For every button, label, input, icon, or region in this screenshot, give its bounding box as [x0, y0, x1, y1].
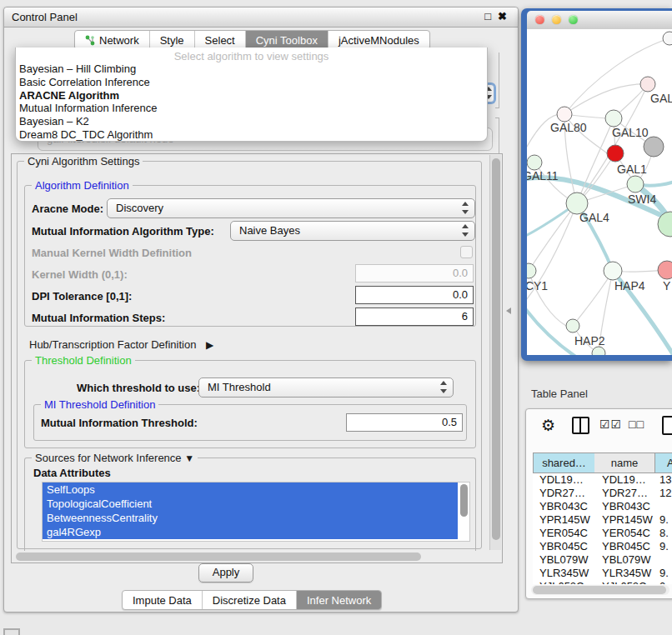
aracne-mode-value: Discovery [116, 202, 163, 214]
hub-tf-definition-row[interactable]: Hub/Transcription Factor Definition ▶ [29, 338, 213, 351]
settings-horizontal-scrollbar-thumb[interactable] [16, 552, 421, 561]
desktop: Control Panel □ ✖ Network Style Select C… [0, 0, 672, 635]
algorithm-popup-item[interactable]: Bayesian – Hill Climbing [16, 62, 487, 76]
network-node-swi4[interactable] [627, 176, 644, 192]
mac-zoom-icon[interactable] [569, 15, 578, 24]
float-window-icon[interactable]: □ [484, 10, 491, 22]
sources-title-text: Sources for Network Inference [35, 452, 182, 464]
tab-style[interactable]: Style [150, 31, 195, 49]
obscured-groupbox-edge [495, 52, 499, 108]
mac-close-icon[interactable] [535, 15, 544, 24]
tab-infer-network[interactable]: Infer Network [297, 591, 381, 609]
mi-steps-label: Mutual Information Steps: [32, 312, 165, 324]
manual-kernel-width-checkbox[interactable] [460, 246, 473, 258]
kernel-width-field[interactable]: 0.0 [355, 264, 474, 282]
control-panel-title: Control Panel [12, 11, 78, 23]
which-threshold-value: MI Threshold [208, 381, 271, 393]
export-table-icon[interactable] [662, 416, 672, 435]
table-cell: YLR345W [533, 567, 594, 580]
which-threshold-combobox[interactable]: MI Threshold [198, 378, 454, 398]
mi-threshold-field[interactable]: 0.5 [346, 413, 463, 432]
table-row[interactable]: YBR043CYBR043C [533, 500, 672, 513]
network-node-gal1[interactable] [607, 145, 624, 162]
network-node[interactable] [592, 347, 605, 355]
network-node-gcy1[interactable] [527, 263, 536, 278]
tab-select[interactable]: Select [195, 31, 246, 49]
table-horizontal-scrollbar-thumb[interactable] [533, 586, 666, 594]
table-cell: YPR145W [594, 513, 655, 527]
network-canvas[interactable]: GALGAL80GAL10GAL1GAL11SWI4GAL4GCY1HAP4YH… [527, 29, 672, 355]
attribute-list-scrollbar-thumb[interactable] [460, 484, 468, 517]
settings-vertical-scrollbar[interactable] [489, 155, 501, 550]
table-horizontal-scrollbar[interactable] [531, 585, 669, 595]
deselect-all-columns-icon[interactable]: □□ [629, 418, 644, 431]
table-row[interactable]: YER054CYER054C8. [533, 527, 672, 540]
tab-jactivemnodules-label: jActiveMNodules [339, 34, 419, 47]
data-attribute-item[interactable]: SelfLoops [43, 482, 458, 497]
settings-horizontal-scrollbar[interactable] [13, 551, 489, 562]
sources-group: Sources for Network Inference ▼ Data Att… [24, 458, 476, 552]
algorithm-popup-item[interactable]: Basic Correlation Inference [16, 76, 487, 89]
network-node-y[interactable] [658, 261, 672, 279]
split-columns-icon[interactable] [572, 417, 589, 434]
table-cell: YLR345W [594, 567, 655, 580]
tab-jactivemnodules[interactable]: jActiveMNodules [328, 31, 429, 49]
table-row[interactable]: YBR045CYBR045C9. [533, 540, 672, 553]
settings-vertical-scrollbar-thumb[interactable] [492, 158, 500, 540]
apply-button[interactable]: Apply [198, 563, 253, 582]
table-cell: YDL19… [594, 473, 655, 487]
algorithm-popup-item[interactable]: Bayesian – K2 [16, 115, 487, 128]
mi-steps-field[interactable]: 6 [355, 308, 474, 326]
network-node[interactable] [644, 137, 664, 157]
network-node-hap2[interactable] [566, 319, 579, 332]
network-node-gal10[interactable] [605, 110, 622, 127]
tab-network[interactable]: Network [75, 31, 150, 49]
table-cell: 0. [655, 580, 672, 584]
obscured-groupbox-edge [495, 118, 499, 155]
data-attributes-list[interactable]: SelfLoopsTopologicalCoefficientBetweenne… [42, 482, 470, 542]
tab-cyni-toolbox[interactable]: Cyni Toolbox [246, 31, 328, 49]
data-attribute-item[interactable]: BetweennessCentrality [43, 511, 458, 525]
algorithm-popup-item[interactable]: Mutual Information Inference [16, 102, 487, 115]
algorithm-popup-prompt: Select algorithm to view settings [16, 48, 487, 62]
dpi-tolerance-field[interactable]: 0.0 [355, 286, 474, 304]
table-cell: YBR043C [594, 500, 655, 513]
network-node-gal11[interactable] [527, 155, 542, 170]
mi-algorithm-type-combobox[interactable]: Naive Bayes [230, 221, 475, 241]
network-node-gal[interactable] [640, 77, 655, 92]
column-header-clipped[interactable]: A [655, 452, 672, 473]
table-row[interactable]: YJL052CYJL052C0. [533, 580, 672, 584]
algorithm-popup-item[interactable]: Dream8 DC_TDC Algorithm [16, 128, 487, 142]
collapsed-panel-handle[interactable] [3, 628, 20, 635]
cyni-settings-scrollpane: Cyni Algorithm Settings Algorithm Defini… [11, 153, 503, 563]
tab-impute-data[interactable]: Impute Data [123, 591, 203, 609]
select-all-columns-icon[interactable]: ☑☑ [599, 418, 622, 431]
mac-minimize-icon[interactable] [552, 15, 561, 24]
network-node[interactable] [663, 32, 672, 45]
table-row[interactable]: YBL079WYBL079W [533, 553, 672, 567]
aracne-mode-combobox[interactable]: Discovery [107, 198, 475, 218]
network-node-gal80[interactable] [557, 107, 572, 122]
collapse-right-icon: ▶ [206, 339, 213, 351]
node-table-rows[interactable]: YDL19…YDL19…13YDR27…YDR27…12YBR043CYBR04… [533, 473, 672, 584]
splitter-collapse-arrow-icon[interactable] [506, 308, 511, 314]
sources-group-title: Sources for Network Inference ▼ [32, 452, 198, 464]
table-cell: YBR045C [533, 540, 594, 553]
threshold-definition-title: Threshold Definition [32, 354, 135, 367]
column-header-shared-name[interactable]: shared… [533, 452, 595, 473]
gear-icon[interactable]: ⚙ [541, 416, 555, 435]
data-attribute-item[interactable]: gal4RGexp [43, 525, 458, 539]
close-window-icon[interactable]: ✖ [498, 10, 507, 22]
column-header-name[interactable]: name [594, 452, 655, 473]
table-row[interactable]: YDL19…YDL19…13 [533, 473, 672, 487]
algorithm-popup-item[interactable]: ARACNE Algorithm [16, 89, 487, 102]
network-node-hap4[interactable] [604, 262, 622, 280]
table-cell [655, 553, 672, 567]
network-window-titlebar [527, 11, 672, 30]
table-row[interactable]: YDR27…YDR27…12 [533, 487, 672, 500]
table-row[interactable]: YLR345WYLR345W9. [533, 567, 672, 580]
tab-discretize-data[interactable]: Discretize Data [203, 591, 297, 609]
table-row[interactable]: YPR145WYPR145W9. [533, 513, 672, 527]
collapse-down-icon[interactable]: ▼ [184, 452, 194, 464]
data-attribute-item[interactable]: TopologicalCoefficient [43, 497, 458, 511]
